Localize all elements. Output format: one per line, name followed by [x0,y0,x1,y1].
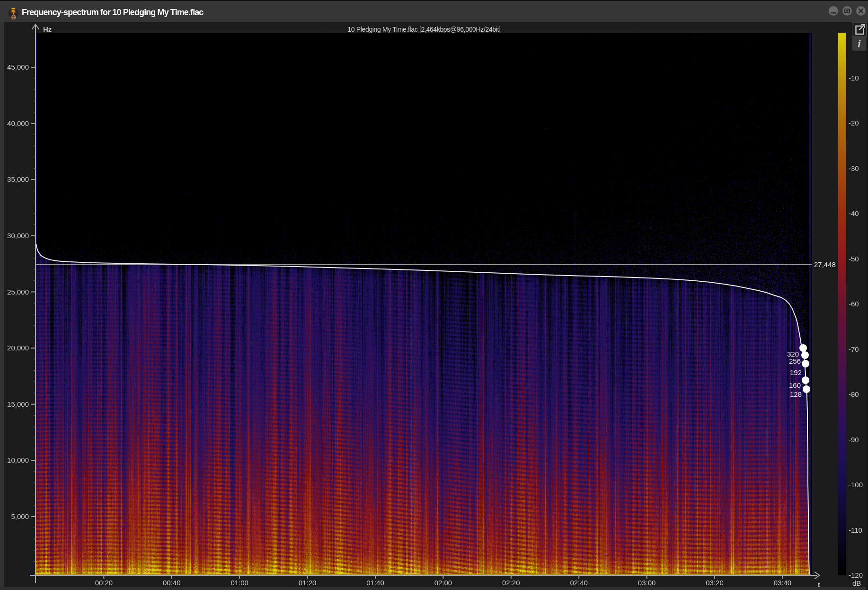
svg-text:5,000: 5,000 [11,512,29,520]
svg-text:i: i [858,38,861,50]
svg-text:-30: -30 [849,164,859,172]
svg-text:01:20: 01:20 [299,579,317,587]
svg-text:03:00: 03:00 [638,579,656,587]
svg-text:-110: -110 [849,526,862,534]
svg-text:160: 160 [789,381,801,389]
svg-text:03:20: 03:20 [706,579,724,587]
svg-text:01:00: 01:00 [230,579,248,587]
svg-text:-10: -10 [849,74,859,82]
svg-text:-70: -70 [849,345,859,353]
svg-text:10,000: 10,000 [7,456,29,464]
svg-text:256: 256 [789,357,801,365]
svg-text:00:20: 00:20 [95,579,113,587]
svg-text:15,000: 15,000 [7,400,29,408]
svg-text:128: 128 [790,390,802,398]
svg-text:192: 192 [790,368,802,376]
svg-text:00:40: 00:40 [163,579,181,587]
svg-text:02:20: 02:20 [502,579,520,587]
svg-text:01:40: 01:40 [366,579,384,587]
svg-text:-80: -80 [849,390,859,398]
svg-text:20,000: 20,000 [7,344,29,352]
svg-text:27,448: 27,448 [814,260,836,268]
svg-text:-100: -100 [849,481,863,489]
svg-text:25,000: 25,000 [7,288,29,296]
svg-text:Frequency-spectrum for 10 Pled: Frequency-spectrum for 10 Pledging My Ti… [22,8,204,17]
svg-text:30,000: 30,000 [7,232,29,240]
svg-text:-50: -50 [849,255,859,263]
svg-text:dB: dB [852,579,861,587]
svg-text:02:00: 02:00 [434,579,452,587]
svg-text:02:40: 02:40 [570,579,588,587]
svg-text:03:40: 03:40 [774,579,792,587]
svg-text:10 Pledging My Time.flac [2,46: 10 Pledging My Time.flac [2,464kbps@96,0… [347,26,500,33]
svg-text:45,000: 45,000 [7,63,29,71]
svg-text:40,000: 40,000 [7,119,29,127]
svg-text:-90: -90 [849,436,859,444]
svg-text:-60: -60 [849,300,859,308]
svg-text:-120: -120 [849,571,863,579]
svg-text:-40: -40 [849,209,859,217]
svg-text:Hz: Hz [43,25,52,33]
svg-text:-20: -20 [849,119,859,127]
svg-text:t: t [818,581,820,589]
svg-text:35,000: 35,000 [7,175,29,183]
